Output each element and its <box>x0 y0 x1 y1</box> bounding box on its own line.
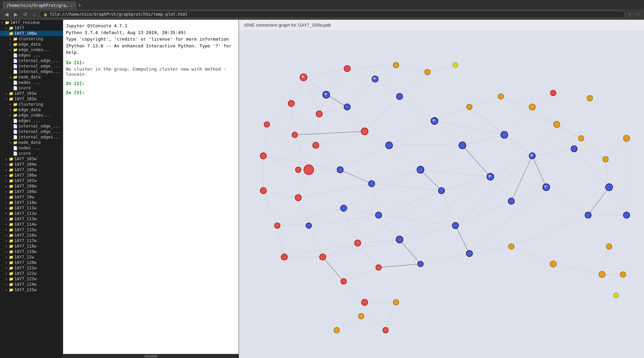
folder-icon: 📁 <box>9 233 14 237</box>
tree-arrow-icon: ▸ <box>10 114 13 117</box>
home-button[interactable]: ⌂ <box>31 11 38 18</box>
tree-item[interactable]: ▸📁1AY7_112w <box>0 211 63 216</box>
tree-item[interactable]: ▸📁clustering <box>0 102 63 107</box>
tree-item[interactable]: ▸📁1AY7_119w <box>0 249 63 254</box>
tree-item-label: internal_edge_... <box>18 58 60 63</box>
tree-item[interactable]: 📄score <box>0 151 63 156</box>
tree-item-label: clustering <box>18 102 43 107</box>
refresh-button[interactable]: ↺ <box>21 11 29 18</box>
tree-item[interactable]: 📄internal_edge_... <box>0 129 63 134</box>
tree-item[interactable]: ▾📁1AY7_102w <box>0 96 63 102</box>
tree-item-label: internal_edges... <box>18 135 60 139</box>
tree-item-label: 1AY7_104w <box>14 162 37 167</box>
tree-item-label: 1AY7_106w <box>14 173 37 178</box>
tree-item[interactable]: ▸📁edge_index... <box>0 47 63 53</box>
tree-item[interactable]: 📄internal_edges... <box>0 69 63 74</box>
tree-item[interactable]: ▸📁1AY7_121w <box>0 265 63 271</box>
folder-icon: 📁 <box>9 168 14 172</box>
console-python-info: Python 3.7.4 (default, Aug 13 2019, 20:3… <box>66 29 236 36</box>
console-license-note: Type 'copyright', 'credits' or 'license'… <box>66 36 236 43</box>
tree-item[interactable]: ▾📁1AY7_100w <box>0 31 63 36</box>
tree-item[interactable]: ▸📁1AY7_114w <box>0 222 63 227</box>
tree-item[interactable]: ▸📁1AY7_101w <box>0 91 63 96</box>
tree-item[interactable]: ▸📁1AY7_110w <box>0 200 63 205</box>
tree-item[interactable]: ▸📁1AY7_123w <box>0 276 63 282</box>
tree-item[interactable]: ▸📁edge_data <box>0 107 63 113</box>
tab-close-button[interactable]: ✕ <box>70 4 72 8</box>
svg-point-154 <box>361 128 368 135</box>
tree-item[interactable]: 📄nodes ... <box>0 80 63 85</box>
tree-item[interactable]: ▸📁1AY7_109w <box>0 189 63 194</box>
tree-item[interactable]: 📄internal_edge_... <box>0 58 63 63</box>
folder-icon: 📁 <box>9 282 14 286</box>
tree-arrow-icon: ▸ <box>5 190 9 193</box>
tree-item-label: 1AY7_11w <box>14 255 34 259</box>
console-output-1: No cluster in the group. Computing clust… <box>66 66 236 77</box>
tree-item[interactable]: ▸📁1AY7_120w <box>0 260 63 265</box>
tree-item[interactable]: ▸📁edge_data <box>0 42 63 47</box>
graph-svg <box>239 30 644 358</box>
tree-item[interactable]: ▸📁1AY7_10w <box>0 194 63 200</box>
tree-item[interactable]: ▸📁1AY7_103w <box>0 156 63 162</box>
folder-icon: 📁 <box>9 239 14 243</box>
tree-item[interactable]: ▸📁node_data <box>0 74 63 80</box>
tree-item[interactable]: ▸📁1AY7_113w <box>0 216 63 222</box>
tree-item-label: 1AY7_100w <box>14 31 37 36</box>
tree-arrow-icon: ▸ <box>5 255 9 259</box>
tree-arrow-icon: ▸ <box>5 217 9 221</box>
folder-icon: 📁 <box>9 217 14 221</box>
tree-item[interactable]: ▾📁1AY7_residue <box>0 20 63 25</box>
tree-item-label: 1AY7_122w <box>14 271 37 276</box>
tree-arrow-icon: ▸ <box>5 206 9 210</box>
tree-item[interactable]: ▸📁1AY7_105w <box>0 167 63 173</box>
tree-item[interactable]: ▸📁edge_index... <box>0 113 63 118</box>
tree-item[interactable]: ▸📁1AY7_122w <box>0 271 63 276</box>
tree-item[interactable]: 📄internal_edges... <box>0 134 63 140</box>
tree-item[interactable]: 📄internal_edge_... <box>0 63 63 69</box>
menu-button[interactable]: ⋯ <box>634 11 641 17</box>
tree-item[interactable]: ▸📁1AY7_117w <box>0 238 63 243</box>
tree-item[interactable]: 📄edges ... <box>0 53 63 58</box>
tree-arrow-icon: ▸ <box>5 195 9 199</box>
tree-item[interactable]: ▸📁1AY7_111w <box>0 205 63 211</box>
bookmarks-button[interactable]: ☆ <box>627 11 633 17</box>
tree-arrow-icon: ▸ <box>10 108 13 111</box>
tree-item[interactable]: ▸📁node_data <box>0 140 63 145</box>
forward-button[interactable]: ▶ <box>12 11 20 18</box>
active-tab[interactable]: /home/nico/GraphProt/gra… ✕ <box>3 1 76 9</box>
tree-item[interactable]: 📄internal_edge_... <box>0 123 63 129</box>
url-bar[interactable]: 🔒 file:///home/nico/GraphProt/graphprot/… <box>39 11 625 18</box>
svg-point-202 <box>554 121 560 128</box>
folder-icon: 📁 <box>9 184 14 188</box>
tree-item[interactable]: ▸📁clustering <box>0 36 63 42</box>
tree-item[interactable]: 📄score <box>0 85 63 91</box>
scroll-thumb[interactable] <box>144 355 158 358</box>
tree-arrow-icon: ▾ <box>5 97 9 101</box>
tree-item[interactable]: ▸📁1AY7_106w <box>0 173 63 178</box>
tree-arrow-icon: ▸ <box>10 43 13 46</box>
console-panel: Jupyter QtConsole 4.7.1 Python 3.7.4 (de… <box>63 20 239 358</box>
tree-item[interactable]: ▸📁1AY7_125w <box>0 287 63 293</box>
tree-item[interactable]: 📄edges ... <box>0 118 63 123</box>
tree-item[interactable]: ▸📁1AY7_11w <box>0 254 63 260</box>
svg-point-204 <box>603 156 608 162</box>
new-tab-button[interactable]: + <box>76 2 83 9</box>
folder-icon: 📁 <box>13 108 18 112</box>
tree-item[interactable]: ▸📁1AY7_107w <box>0 178 63 183</box>
tree-item[interactable]: ▸📁1AY7_104w <box>0 162 63 167</box>
console-cell-1: In [1]: No cluster in the group. Computi… <box>66 60 236 77</box>
tree-item[interactable]: ▸📁1AY7_124w <box>0 282 63 287</box>
svg-point-181 <box>585 212 591 218</box>
tree-item[interactable]: ▸📁1AY7_118w <box>0 243 63 249</box>
tree-item[interactable]: ▸📁1AY7_108w <box>0 183 63 189</box>
lock-icon: 🔒 <box>43 13 47 16</box>
tree-item[interactable]: ▸📁1AY7 <box>0 25 63 31</box>
svg-point-163 <box>386 142 392 149</box>
back-button[interactable]: ◀ <box>3 11 11 18</box>
tree-item[interactable]: ▸📁1AY7_115w <box>0 227 63 233</box>
folder-icon: 📁 <box>9 244 14 248</box>
tree-item[interactable]: 📄nodes ... <box>0 145 63 151</box>
tree-item[interactable]: ▸📁1AY7_116w <box>0 233 63 238</box>
svg-point-198 <box>453 63 458 68</box>
folder-icon: 📁 <box>9 97 14 101</box>
